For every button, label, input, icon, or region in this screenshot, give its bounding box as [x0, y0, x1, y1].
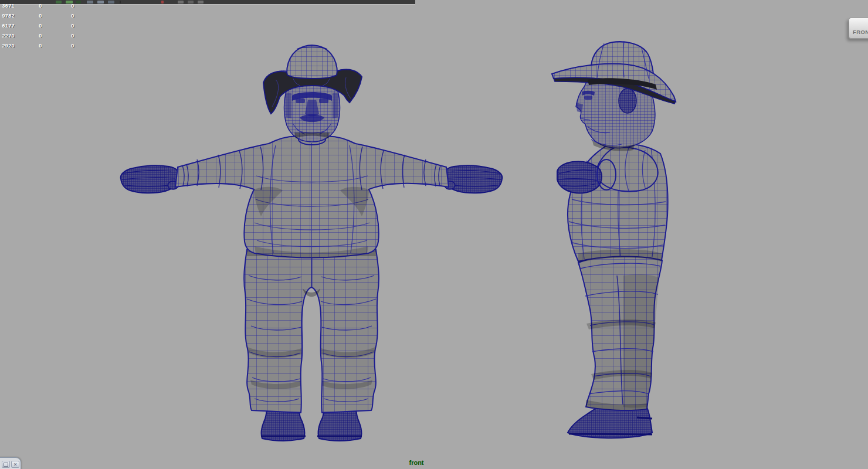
restore-icon	[4, 463, 8, 467]
front-figure	[121, 45, 503, 441]
side-pants	[578, 256, 662, 410]
close-button[interactable]: ✕	[11, 461, 19, 468]
viewport-3d[interactable]: 3671 0 0 9782 0 0 6177 0 0 2270 0 0 2920…	[0, 0, 868, 469]
restore-button[interactable]	[2, 461, 10, 468]
side-figure	[552, 41, 676, 438]
floating-window-titlebar: ✕	[0, 457, 21, 469]
front-view-button[interactable]: FRONT	[849, 18, 868, 39]
side-arm	[557, 147, 658, 193]
close-icon: ✕	[13, 462, 18, 467]
front-pants	[244, 250, 379, 413]
front-torso	[175, 134, 449, 258]
camera-name-label: front	[381, 459, 452, 466]
wireframe-canvas	[0, 0, 868, 469]
